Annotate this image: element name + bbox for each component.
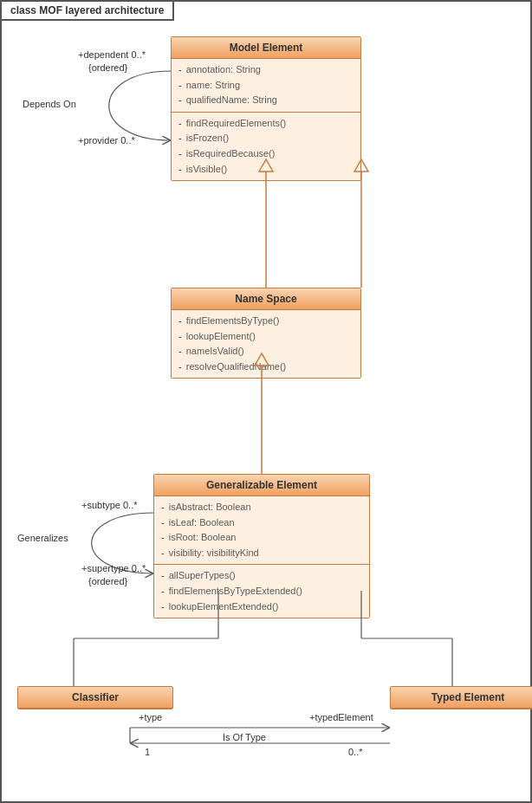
attr-name: - name: String bbox=[178, 78, 354, 94]
generalizable-element-header: Generalizable Element bbox=[154, 475, 369, 496]
label-mult-0star: 0..* bbox=[348, 747, 363, 757]
typed-element-header: Typed Element bbox=[391, 687, 532, 709]
model-element-header: Model Element bbox=[172, 37, 360, 59]
attr-annotation: - annotation: String bbox=[178, 62, 354, 78]
method-findelementsbytypeextended: - findElementsByTypeExtended() bbox=[161, 584, 362, 599]
model-element-attrs: - annotation: String - name: String - qu… bbox=[172, 59, 360, 113]
method-nameisvalid: - nameIsValid() bbox=[178, 344, 354, 359]
label-subtype: +subtype 0..* bbox=[81, 500, 138, 510]
label-depends-on: Depends On bbox=[23, 99, 76, 109]
label-mult-1: 1 bbox=[145, 747, 150, 757]
attr-isabstract: - isAbstract: Boolean bbox=[161, 500, 362, 515]
attr-isroot: - isRoot: Boolean bbox=[161, 530, 362, 546]
label-ordered-sup: {ordered} bbox=[88, 576, 127, 586]
attr-qualifiedname: - qualifiedName: String bbox=[178, 93, 354, 108]
classifier-class: Classifier bbox=[17, 686, 173, 709]
name-space-methods: - findElementsByType() - lookupElement()… bbox=[172, 310, 360, 378]
classifier-header: Classifier bbox=[18, 687, 172, 709]
method-lookupelement: - lookupElement() bbox=[178, 329, 354, 345]
label-ordered-dep: {ordered} bbox=[88, 62, 127, 73]
method-findelementsbytype: - findElementsByType() bbox=[178, 314, 354, 329]
model-element-methods: - findRequiredElements() - isFrozen() - … bbox=[172, 113, 360, 180]
method-isfrozen: - isFrozen() bbox=[178, 131, 354, 146]
label-generalizes: Generalizes bbox=[17, 533, 68, 543]
generalizable-element-methods: - allSuperTypes() - findElementsByTypeEx… bbox=[154, 565, 369, 618]
label-supertype: +supertype 0..* bbox=[81, 563, 146, 573]
label-is-of-type: Is Of Type bbox=[223, 732, 266, 742]
label-type: +type bbox=[139, 712, 162, 722]
method-allsupertypes: - allSuperTypes() bbox=[161, 568, 362, 584]
method-resolvequalifiedname: - resolveQualifiedName() bbox=[178, 359, 354, 375]
name-space-class: Name Space - findElementsByType() - look… bbox=[171, 288, 361, 379]
model-element-class: Model Element - annotation: String - nam… bbox=[171, 36, 361, 181]
generalizable-element-class: Generalizable Element - isAbstract: Bool… bbox=[153, 474, 370, 618]
diagram-title: class MOF layered architecture bbox=[2, 2, 174, 21]
attr-visibility: - visibility: visibilityKind bbox=[161, 546, 362, 561]
method-findrequired: - findRequiredElements() bbox=[178, 116, 354, 132]
diagram-container: class MOF layered architecture Model Ele… bbox=[0, 0, 532, 803]
method-lookupelementextended: - lookupElementExtended() bbox=[161, 599, 362, 615]
method-isrequiredbecause: - isRequiredBecause() bbox=[178, 146, 354, 162]
name-space-header: Name Space bbox=[172, 288, 360, 310]
typed-element-class: Typed Element bbox=[390, 686, 532, 709]
attr-isleaf: - isLeaf: Boolean bbox=[161, 515, 362, 531]
label-typed-element-assoc: +typedElement bbox=[309, 712, 373, 722]
generalizable-element-attrs: - isAbstract: Boolean - isLeaf: Boolean … bbox=[154, 496, 369, 565]
label-dependent: +dependent 0..* bbox=[78, 49, 146, 60]
method-isvisible: - isVisible() bbox=[178, 162, 354, 178]
label-provider: +provider 0..* bbox=[78, 135, 135, 146]
